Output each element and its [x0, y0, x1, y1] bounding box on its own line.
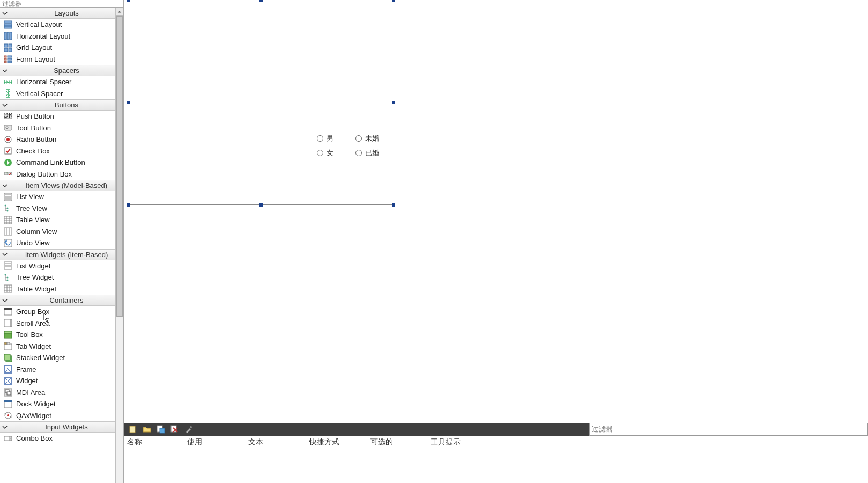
widget-item-label: Horizontal Spacer [16, 78, 71, 86]
selection-handle[interactable] [392, 0, 395, 2]
widget-item[interactable]: Column View [0, 226, 123, 238]
widget-item[interactable]: Widget [0, 375, 123, 387]
category-label: Input Widgets [10, 423, 123, 431]
scrollbar-thumb[interactable] [116, 16, 123, 317]
column-header[interactable]: 名称 [124, 437, 184, 447]
widget-item-label: Grid Layout [16, 43, 52, 52]
tree-widget-icon [3, 273, 13, 282]
column-header[interactable]: 可选的 [367, 437, 427, 447]
configure-icon[interactable] [184, 425, 194, 434]
svg-rect-41 [4, 228, 12, 235]
layout-grid-icon [3, 43, 13, 53]
category-header[interactable]: Item Views (Model-Based) [0, 180, 123, 191]
widget-item[interactable]: Command Link Button [0, 157, 123, 169]
column-header[interactable]: 工具提示 [427, 437, 868, 447]
widget-item[interactable]: Undo View [0, 237, 123, 249]
widget-item[interactable]: Table Widget [0, 283, 123, 295]
selection-handle[interactable] [127, 101, 130, 104]
column-header[interactable]: 使用 [184, 437, 245, 447]
dock-widget-icon [3, 399, 13, 409]
mdi-area-icon [3, 387, 13, 397]
widget-item[interactable]: Tool Box [0, 329, 123, 341]
svg-rect-15 [8, 61, 12, 63]
widget-item[interactable]: Tree View [0, 203, 123, 215]
widget-item[interactable]: Group Box [0, 306, 123, 318]
selection-handle[interactable] [392, 203, 395, 207]
widget-tree-scrollbar[interactable] [115, 8, 123, 483]
category-label: Containers [10, 296, 123, 304]
category-header[interactable]: Item Widgets (Item-Based) [0, 249, 123, 260]
widget-item[interactable]: Horizontal Spacer [0, 76, 123, 88]
widget-filter-input[interactable]: 过滤器 [0, 0, 123, 8]
widget-item-label: Command Link Button [16, 158, 85, 166]
edit-action-icon[interactable] [156, 425, 166, 434]
widget-icon [3, 376, 13, 386]
widget-item-label: Undo View [16, 239, 50, 247]
column-header[interactable]: 快捷方式 [306, 437, 367, 447]
widget-item-label: Tool Button [16, 124, 51, 132]
selection-handle[interactable] [127, 0, 130, 2]
widget-item-label: Group Box [16, 308, 49, 316]
widget-item[interactable]: Grid Layout [0, 42, 123, 54]
svg-rect-67 [4, 354, 10, 360]
widget-item[interactable]: Form Layout [0, 54, 123, 65]
category-header[interactable]: Layouts [0, 8, 123, 19]
form-radio-button[interactable]: 女 [317, 148, 333, 158]
widget-item[interactable]: Check Box [0, 145, 123, 157]
category-header[interactable]: Containers [0, 295, 123, 306]
chevron-down-icon [0, 425, 10, 430]
form-radio-button[interactable]: 男 [317, 134, 333, 143]
widget-item[interactable]: Vertical Layout [0, 19, 123, 31]
selection-handle[interactable] [127, 203, 130, 207]
svg-rect-0 [4, 21, 12, 23]
form-radio-button[interactable]: 未婚 [355, 134, 379, 143]
widget-item[interactable]: Tab Widget [0, 341, 123, 353]
category-header[interactable]: Input Widgets [0, 421, 123, 433]
widget-item[interactable]: QAxWidget [0, 410, 123, 422]
category-header[interactable]: Buttons [0, 99, 123, 111]
category-header[interactable]: Spacers [0, 65, 123, 76]
widget-item[interactable]: Dialog Button Box [0, 169, 123, 180]
form-radio-button[interactable]: 已婚 [355, 148, 379, 158]
form-canvas[interactable]: 男未婚女已婚 [124, 0, 868, 423]
widget-item[interactable]: Scroll Area [0, 318, 123, 330]
form-selection-grid[interactable] [128, 0, 395, 206]
svg-rect-60 [10, 319, 12, 327]
spacer-horizontal-icon [3, 77, 13, 87]
spacer-vertical-icon [3, 89, 13, 98]
widget-tree[interactable]: LayoutsVertical LayoutHorizontal LayoutG… [0, 8, 123, 483]
svg-rect-62 [4, 331, 12, 333]
svg-rect-58 [4, 308, 12, 310]
table-view-icon [3, 215, 13, 225]
widget-item[interactable]: Tree Widget [0, 272, 123, 283]
widget-item[interactable]: List Widget [0, 260, 123, 272]
column-view-icon [3, 226, 13, 236]
scroll-up-icon[interactable] [116, 8, 123, 16]
selection-handle[interactable] [259, 0, 263, 2]
open-icon[interactable] [142, 425, 152, 434]
widget-item[interactable]: List View [0, 191, 123, 203]
action-editor-filter-input[interactable]: 过滤器 [589, 423, 868, 436]
svg-point-82 [10, 416, 12, 418]
widget-item[interactable]: MDI Area [0, 387, 123, 399]
svg-rect-10 [4, 56, 6, 57]
widget-item[interactable]: Radio Button [0, 134, 123, 145]
widget-item[interactable]: OKPush Button [0, 111, 123, 122]
action-table-body[interactable] [124, 448, 868, 482]
widget-item[interactable]: Dock Widget [0, 398, 123, 410]
widget-item[interactable]: Frame [0, 364, 123, 376]
delete-action-icon[interactable] [170, 425, 180, 434]
widget-item[interactable]: Table View [0, 214, 123, 226]
new-action-icon[interactable] [128, 425, 138, 434]
action-table-header: 名称 使用 文本 快捷方式 可选的 工具提示 [124, 436, 868, 448]
column-header[interactable]: 文本 [245, 437, 306, 447]
widget-item[interactable]: Combo Box [0, 433, 123, 444]
selection-handle[interactable] [259, 203, 263, 207]
svg-rect-85 [130, 426, 135, 433]
widget-item[interactable]: Horizontal Layout [0, 31, 123, 42]
widget-item[interactable]: Tool Button [0, 122, 123, 134]
tool-button-icon [3, 123, 13, 133]
widget-item[interactable]: Stacked Widget [0, 352, 123, 364]
widget-item[interactable]: Vertical Spacer [0, 88, 123, 100]
selection-handle[interactable] [392, 101, 395, 104]
